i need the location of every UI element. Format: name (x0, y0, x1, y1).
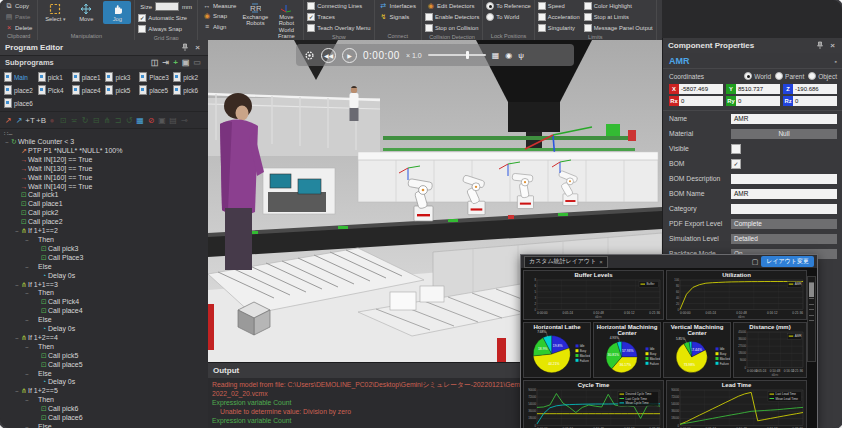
statement-icon[interactable]: ▤ (168, 116, 178, 125)
reset-simulation-button[interactable]: ◀◀ (321, 48, 336, 63)
parent-radio[interactable]: Parent (775, 72, 804, 80)
program-statement-row[interactable]: −↻While Counter < 3 (2, 138, 206, 147)
program-statement-row[interactable]: →Wait IN[120] == True (2, 156, 206, 165)
rz-input[interactable]: 0 (793, 96, 837, 106)
rx-input[interactable]: 0 (679, 96, 723, 106)
tree-expander-icon[interactable]: − (24, 316, 30, 325)
program-statement-row[interactable]: −Else (2, 263, 206, 272)
program-statement-row[interactable]: ⊡Call pick3 (2, 245, 206, 254)
tree-expander-icon[interactable]: − (24, 343, 30, 352)
program-statement-row[interactable]: ⊡Call place1 (2, 200, 206, 209)
tree-expander-icon[interactable]: − (24, 263, 30, 272)
tree-expander-icon[interactable]: − (24, 370, 30, 379)
measure-button[interactable]: ↔Measure (201, 1, 238, 10)
statement-icon[interactable]: ↺ (124, 116, 134, 125)
connecting-lines-checkbox[interactable]: Connecting Lines (307, 1, 362, 11)
stop-at-limits-checkbox[interactable]: Stop at Limits (584, 12, 629, 22)
statement-icon[interactable]: ⋔ (102, 116, 112, 125)
program-statement-row[interactable]: →Wait IN[130] == True (2, 165, 206, 174)
pin-icon[interactable] (178, 43, 192, 52)
statement-icon[interactable]: ● (47, 116, 57, 125)
color-highlight-checkbox[interactable]: Color Highlight (584, 1, 632, 11)
tree-expander-icon[interactable]: − (24, 396, 30, 405)
subprogram-tile[interactable]: place1 (71, 71, 104, 83)
acceleration-checkbox[interactable]: Acceleration (538, 12, 580, 22)
subprogram-list-icon[interactable]: ◫ (149, 58, 161, 67)
stop-on-collision-checkbox[interactable]: Stop on Collision (425, 23, 479, 33)
program-statement-row[interactable]: ⊡Call Pick4 (2, 298, 206, 307)
statement-icon[interactable]: ▣ (157, 116, 167, 125)
component-menu-icon[interactable]: ▪ (835, 58, 837, 65)
program-statement-row[interactable]: →Wait IN[160] == True (2, 174, 206, 183)
program-statement-row[interactable]: ⊡Call place6 (2, 414, 206, 423)
subprogram-tile[interactable]: place2 (3, 84, 36, 96)
paste-button[interactable]: ▤Paste (3, 12, 32, 22)
copy-button[interactable]: ⧉Copy (3, 1, 31, 11)
world-radio[interactable]: World (744, 72, 771, 80)
program-statement-row[interactable]: −⋔If 1+2==5 (2, 387, 206, 396)
category-input[interactable] (731, 204, 837, 214)
ry-input[interactable]: 0 (736, 96, 780, 106)
settings-gear-icon[interactable] (304, 50, 315, 61)
statement-icon[interactable]: ⊸ (179, 116, 189, 125)
statement-icon[interactable]: +B (36, 116, 46, 125)
program-statement-row[interactable]: ⊡Call Place3 (2, 254, 206, 263)
program-statement-row[interactable]: −Then (2, 343, 206, 352)
subprogram-tile[interactable]: Pick4 (37, 84, 70, 96)
program-statement-row[interactable]: −⋔If 1+1==3 (2, 281, 206, 290)
play-button[interactable]: ▶ (342, 48, 357, 63)
program-statement-row[interactable]: −Then (2, 289, 206, 298)
subprogram-tile[interactable]: pick5 (104, 84, 137, 96)
pin-icon[interactable] (813, 41, 827, 50)
tree-expander-icon[interactable]: − (24, 289, 30, 298)
program-statement-row[interactable]: −Else (2, 316, 206, 325)
interfaces-button[interactable]: ⇄Interfaces (378, 1, 418, 11)
statement-icon[interactable]: ↻ (80, 116, 90, 125)
close-panel-icon[interactable]: × (192, 43, 203, 52)
subprogram-tile[interactable]: place6 (3, 97, 36, 109)
duplicate-subprogram-icon[interactable]: ▣ (180, 58, 192, 67)
program-statement-row[interactable]: −Else (2, 370, 206, 379)
dashboard-maximize-icon[interactable]: ▢ (752, 258, 759, 266)
select-button[interactable]: Select ▾ (41, 1, 69, 25)
subprogram-tile[interactable]: pick6 (172, 84, 205, 96)
program-statement-row[interactable]: ◔Delay 0s (2, 378, 206, 387)
program-statement-row[interactable]: ⊡Call place5 (2, 361, 206, 370)
routine-scope-icon[interactable]: ∷– (4, 130, 12, 138)
z-input[interactable]: -190.686 (793, 84, 837, 94)
tree-expander-icon[interactable]: − (24, 423, 30, 428)
message-panel-output-checkbox[interactable]: Message Panel Output (584, 23, 653, 33)
view-navigation-cube[interactable] (234, 298, 274, 342)
connectivity-icon[interactable]: ψ (518, 51, 524, 60)
jog-button[interactable]: Jog (103, 1, 131, 24)
subprogram-tile[interactable]: Place3 (138, 71, 171, 83)
move-robot-world-frame-button[interactable]: Move Robot World Frame (272, 1, 300, 42)
dashboard-scrollbar-thumb[interactable] (809, 283, 814, 297)
add-subprogram-icon[interactable]: + (171, 58, 180, 67)
bom-checkbox[interactable] (731, 159, 741, 169)
edit-detectors-button[interactable]: ◉Edit Detectors (425, 1, 477, 11)
subprogram-tile[interactable]: Main (3, 71, 36, 83)
statement-icon[interactable]: ↗ (3, 116, 13, 125)
dashboard-tab-close-icon[interactable]: × (599, 259, 603, 265)
program-statement-row[interactable]: ◔Delay 0s (2, 272, 206, 281)
signals-button[interactable]: ↯Signals (378, 12, 412, 22)
speed-slider[interactable] (428, 54, 486, 56)
statement-icon[interactable]: ⊘ (146, 116, 156, 125)
program-statement-row[interactable]: ⊡Call place2 (2, 218, 206, 227)
program-statement-row[interactable]: ⊡Call place4 (2, 307, 206, 316)
material-dropdown[interactable]: Null (731, 129, 837, 139)
subprogram-tile[interactable]: pick1 (37, 71, 70, 83)
name-input[interactable]: AMR (731, 114, 837, 124)
simulation-level-dropdown[interactable]: Detailed (731, 234, 837, 244)
dashboard-scrollbar[interactable] (807, 276, 816, 362)
snap-button[interactable]: ◉Snap (201, 11, 229, 21)
traces-checkbox[interactable]: Traces (307, 12, 335, 22)
delete-subprogram-icon[interactable]: ▭ (191, 58, 203, 67)
subprogram-tile[interactable]: pick2 (172, 71, 205, 83)
align-button[interactable]: ≡Align (201, 22, 228, 31)
teach-overlay-menu-checkbox[interactable]: Teach Overlay Menu (307, 23, 370, 33)
visible-checkbox[interactable] (731, 144, 741, 154)
program-statement-row[interactable]: −Else (2, 423, 206, 428)
x-input[interactable]: -5807.469 (679, 84, 723, 94)
